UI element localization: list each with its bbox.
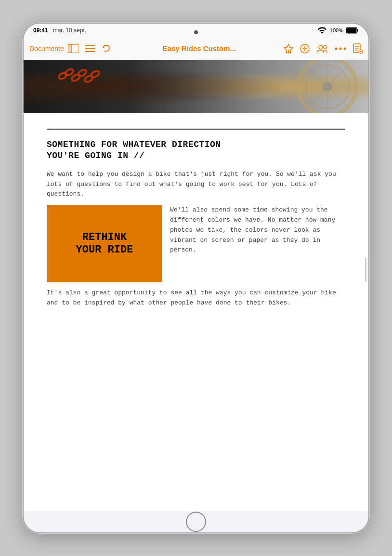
more-icon[interactable] bbox=[335, 46, 346, 52]
battery-icon bbox=[346, 27, 359, 34]
list-icon[interactable] bbox=[85, 45, 95, 53]
side-text: We'll also spend some time showing you t… bbox=[170, 205, 345, 282]
svg-point-20 bbox=[344, 47, 346, 50]
collaborate-icon[interactable] bbox=[316, 44, 328, 53]
battery-text: 100% bbox=[330, 27, 343, 33]
back-button[interactable]: Documente bbox=[29, 45, 64, 53]
wifi-icon bbox=[317, 26, 327, 35]
status-date: mar. 10 sept. bbox=[53, 27, 86, 34]
svg-point-10 bbox=[86, 48, 87, 49]
svg-point-9 bbox=[86, 45, 87, 46]
banner-wheel bbox=[296, 60, 359, 113]
home-button[interactable] bbox=[186, 512, 206, 532]
svg-point-33 bbox=[90, 70, 100, 79]
svg-point-18 bbox=[335, 47, 338, 50]
doc-paragraph-2: It's also a great opportunity to see all… bbox=[47, 288, 345, 308]
document-title: Easy Rides Custom... bbox=[115, 44, 284, 53]
content-wrap: RETHINKYOUR RIDE We'll also spend some t… bbox=[47, 205, 345, 282]
svg-point-19 bbox=[340, 47, 342, 50]
svg-rect-4 bbox=[68, 44, 71, 53]
add-icon[interactable] bbox=[300, 44, 310, 53]
banner-decoration bbox=[52, 65, 149, 94]
svg-point-11 bbox=[86, 51, 87, 52]
doc-view-icon[interactable] bbox=[353, 43, 363, 54]
svg-point-17 bbox=[324, 45, 327, 49]
svg-point-32 bbox=[84, 74, 94, 83]
toolbar: Documente bbox=[24, 37, 368, 60]
svg-rect-2 bbox=[347, 28, 357, 33]
orange-box-text: RETHINKYOUR RIDE bbox=[76, 231, 133, 257]
svg-point-30 bbox=[71, 73, 81, 82]
status-right: 100% bbox=[317, 26, 359, 35]
document-content: SOMETHING FOR WHATEVER DIRECTION YOU'RE … bbox=[24, 60, 368, 511]
ipad-device: 09:41 mar. 10 sept. 100% Documente bbox=[23, 23, 369, 533]
panel-icon[interactable] bbox=[68, 44, 78, 53]
camera-dot bbox=[194, 30, 198, 34]
undo-icon[interactable] bbox=[102, 44, 111, 53]
doc-paragraph-1: We want to help you design a bike that's… bbox=[47, 170, 345, 199]
orange-box: RETHINKYOUR RIDE bbox=[47, 205, 162, 282]
toolbar-right-icons bbox=[284, 43, 363, 54]
svg-point-31 bbox=[77, 68, 87, 77]
pin-icon[interactable] bbox=[284, 44, 293, 53]
doc-heading: SOMETHING FOR WHATEVER DIRECTION YOU'RE … bbox=[47, 139, 345, 162]
toolbar-left-icons bbox=[68, 44, 111, 53]
banner-image bbox=[24, 60, 368, 113]
svg-rect-1 bbox=[357, 29, 358, 31]
svg-point-29 bbox=[64, 68, 74, 77]
doc-page: SOMETHING FOR WHATEVER DIRECTION YOU'RE … bbox=[24, 113, 368, 402]
scrollbar[interactable] bbox=[365, 258, 366, 282]
status-time: 09:41 bbox=[33, 27, 48, 34]
status-left: 09:41 mar. 10 sept. bbox=[33, 27, 86, 34]
home-indicator bbox=[24, 511, 368, 532]
doc-divider bbox=[47, 129, 345, 130]
svg-point-16 bbox=[319, 45, 323, 49]
